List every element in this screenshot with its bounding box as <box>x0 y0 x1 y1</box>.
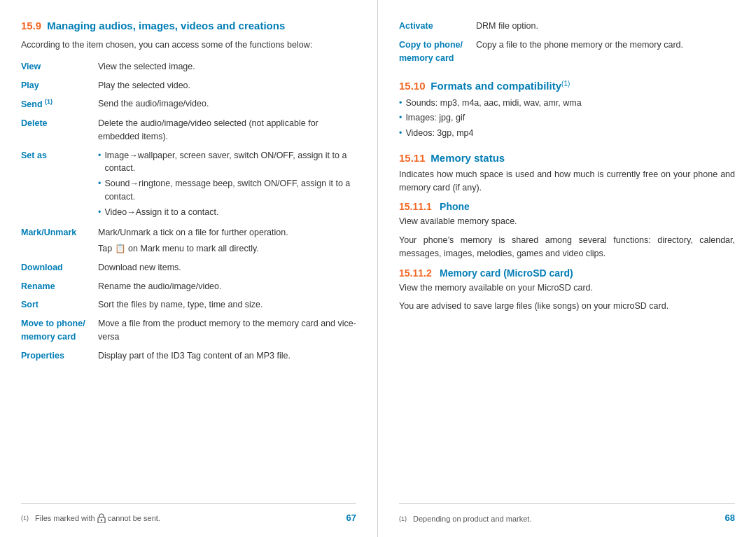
section-15-9-header: 15.9 Managing audios, images, videos and… <box>21 20 356 32</box>
term-label-sort: Sort <box>21 298 98 317</box>
phone-section: 15.11.1 Phone View available memory spac… <box>399 201 735 260</box>
term-label-properties: Properties <box>21 349 98 368</box>
formats-section-title: Formats and compatibility <box>428 81 561 92</box>
footnote-label-right: Depending on product and market. <box>413 515 531 523</box>
page-number-right: 68 <box>725 512 735 523</box>
lock-icon <box>97 513 106 523</box>
table-row: Sort Sort the files by name, type, time … <box>21 298 356 317</box>
table-row: Copy to phone/ memory card Copy a file t… <box>399 39 735 71</box>
intro-text: According to the item chosen, you can ac… <box>21 39 356 52</box>
footnote-text-right: (1) Depending on product and market. <box>399 515 531 523</box>
table-row: Send (1) Send the audio/image/video. <box>21 97 356 117</box>
memory-section: 15.11 Memory status Indicates how much s… <box>399 152 735 319</box>
formats-section: 15.10 Formats and compatibility(1) Sound… <box>399 80 735 142</box>
term-label-view: View <box>21 60 98 79</box>
term-desc-delete: Delete the audio/image/video selected (n… <box>98 117 356 149</box>
table-row: View View the selected image. <box>21 60 356 79</box>
term-label-copy: Copy to phone/ memory card <box>399 39 476 71</box>
term-desc-sort: Sort the files by name, type, time and s… <box>98 298 356 317</box>
table-row: Set as Image→wallpaper, screen saver, sw… <box>21 149 356 227</box>
bullet-item: Image→wallpaper, screen saver, switch ON… <box>98 149 356 176</box>
section-15-9-title: Managing audios, images, videos and crea… <box>47 20 285 32</box>
term-table: View View the selected image. Play Play … <box>21 60 356 368</box>
footnote-area-right: (1) Depending on product and market. 68 <box>399 503 735 523</box>
formats-section-number: 15.10 <box>399 81 426 92</box>
term-desc-rename: Rename the audio/image/video. <box>98 280 356 299</box>
top-term-table: Activate DRM file option. Copy to phone/… <box>399 20 735 70</box>
term-label-play: Play <box>21 79 98 98</box>
term-label-move: Move to phone/ memory card <box>21 317 98 349</box>
phone-desc2: Your phone’s memory is shared among seve… <box>399 234 735 260</box>
phone-subsection-title: Phone <box>434 201 470 212</box>
footnote-text-left: (1) Files marked with cannot be sent. <box>21 513 160 523</box>
term-desc-download: Download new items. <box>98 261 356 280</box>
term-label-rename: Rename <box>21 280 98 299</box>
term-label-setas: Set as <box>21 149 98 227</box>
term-desc-view: View the selected image. <box>98 60 356 79</box>
table-row: Rename Rename the audio/image/video. <box>21 280 356 299</box>
bullet-images: Images: jpg, gif <box>399 111 735 125</box>
table-row: Mark/Unmark Mark/Unmark a tick on a file… <box>21 226 356 261</box>
microsd-subsection-number: 15.11.2 <box>399 267 432 279</box>
microsd-section: 15.11.2 Memory card (MicroSD card) View … <box>399 267 735 314</box>
term-desc-send: Send the audio/image/video. <box>98 97 356 117</box>
memory-section-title: Memory status <box>428 152 505 164</box>
phone-subsection-number: 15.11.1 <box>399 201 432 212</box>
term-desc-copy: Copy a file to the phone memory or the m… <box>476 39 735 71</box>
term-label-markunmark: Mark/Unmark <box>21 226 98 261</box>
term-desc-setas: Image→wallpaper, screen saver, switch ON… <box>98 149 356 227</box>
footnote-label-left: Files marked with <box>35 514 95 522</box>
term-label-send: Send (1) <box>21 97 98 117</box>
term-desc-markunmark: Mark/Unmark a tick on a file for further… <box>98 226 356 261</box>
table-row: Properties Display part of the ID3 Tag c… <box>21 349 356 368</box>
page-left: 15.9 Managing audios, images, videos and… <box>0 0 378 537</box>
page-right: Activate DRM file option. Copy to phone/… <box>378 0 756 537</box>
section-15-9-number: 15.9 <box>21 20 41 32</box>
memory-section-number: 15.11 <box>399 152 426 164</box>
term-desc-play: Play the selected video. <box>98 79 356 98</box>
footnote-area-left: (1) Files marked with cannot be sent. 67 <box>21 503 356 523</box>
bullet-sounds: Sounds: mp3, m4a, aac, midi, wav, amr, w… <box>399 97 735 110</box>
bullet-item: Sound→ringtone, message beep, switch ON/… <box>98 177 356 204</box>
bullet-item: Video→Assign it to a contact. <box>98 206 356 219</box>
microsd-desc1: View the memory available on your MicroS… <box>399 281 735 295</box>
table-row: Move to phone/ memory card Move a file f… <box>21 317 356 349</box>
term-desc-properties: Display part of the ID3 Tag content of a… <box>98 349 356 368</box>
page-number-left: 67 <box>346 512 356 523</box>
microsd-desc2: You are advised to save large files (lik… <box>399 300 735 313</box>
bullet-videos: Videos: 3gp, mp4 <box>399 127 735 140</box>
memory-desc: Indicates how much space is used and how… <box>399 168 735 195</box>
microsd-subsection-title: Memory card (MicroSD card) <box>434 267 573 279</box>
table-row: Delete Delete the audio/image/video sele… <box>21 117 356 149</box>
footnote-cannot-sent: cannot be sent. <box>108 514 160 522</box>
term-label-activate: Activate <box>399 20 476 39</box>
table-row: Play Play the selected video. <box>21 79 356 98</box>
term-desc-move: Move a file from the product memory to t… <box>98 317 356 349</box>
term-label-download: Download <box>21 261 98 280</box>
table-row: Download Download new items. <box>21 261 356 280</box>
phone-desc1: View available memory space. <box>399 215 735 228</box>
term-label-delete: Delete <box>21 117 98 149</box>
table-row: Activate DRM file option. <box>399 20 735 39</box>
term-desc-activate: DRM file option. <box>476 20 735 39</box>
svg-point-1 <box>100 519 102 521</box>
